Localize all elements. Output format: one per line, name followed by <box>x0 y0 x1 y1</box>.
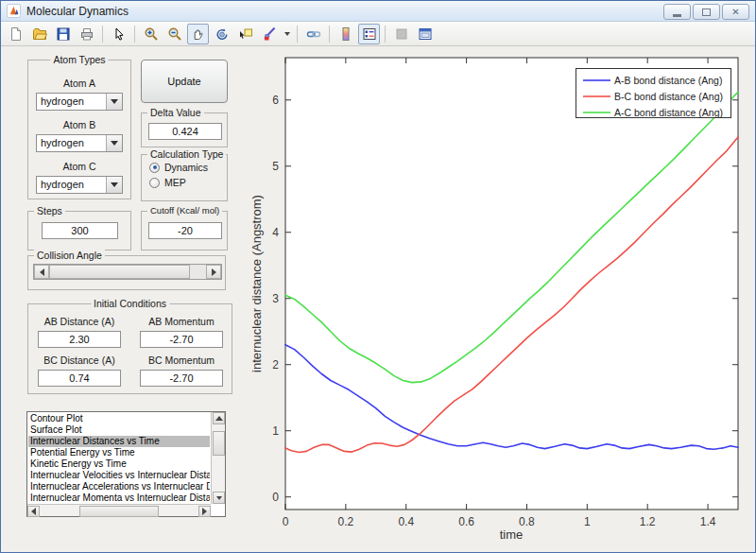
list-item[interactable]: Contour Plot <box>28 413 210 424</box>
arrow-down-icon <box>216 496 222 500</box>
data-cursor-icon <box>238 26 253 42</box>
atom-b-dropdown[interactable]: hydrogen <box>36 134 123 152</box>
new-document-button[interactable] <box>5 24 26 44</box>
print-button[interactable] <box>76 24 97 44</box>
insert-legend-button[interactable] <box>358 24 380 44</box>
plot-background <box>285 58 738 510</box>
y-axis-label: internuclear distance (Angstrom) <box>249 195 264 372</box>
scroll-left-button[interactable] <box>27 506 40 517</box>
x-tick-label: 0 <box>283 515 289 528</box>
list-item[interactable]: Internuclear Accelerations vs Internucle… <box>28 481 210 493</box>
toolbar-separator <box>102 26 103 43</box>
bc-momentum-input[interactable] <box>140 370 223 387</box>
rotate-3d-button[interactable] <box>211 24 232 44</box>
slider-right-arrow[interactable] <box>206 265 221 279</box>
ab-distance-input[interactable] <box>38 331 121 348</box>
new-document-icon <box>9 26 24 42</box>
radio-mep[interactable]: MEP <box>149 177 227 188</box>
window-controls: ✕ <box>663 4 749 20</box>
bc-distance-input[interactable] <box>38 370 121 387</box>
zoom-out-button[interactable] <box>163 24 185 44</box>
arrow-cursor-icon <box>112 26 127 42</box>
app-window: Molecular Dynamics ✕ <box>0 0 756 553</box>
toolbar-separator <box>329 26 330 43</box>
atom-a-label: Atom A <box>36 78 123 89</box>
radio-dynamics[interactable]: Dynamics <box>149 162 227 173</box>
delta-value-panel: Delta Value <box>141 112 228 147</box>
listbox-horizontal-scrollbar[interactable] <box>27 504 211 516</box>
insert-colorbar-button[interactable] <box>335 24 356 44</box>
collision-angle-slider[interactable] <box>33 264 222 280</box>
steps-input[interactable] <box>42 222 118 239</box>
listbox-items: Contour PlotSurface PlotInternuclear Dis… <box>28 413 210 503</box>
legend-icon <box>362 26 377 42</box>
horizontal-scroll-thumb[interactable] <box>79 506 159 517</box>
data-cursor-button[interactable] <box>234 24 256 44</box>
minimize-button[interactable] <box>663 4 691 20</box>
delta-value-input[interactable] <box>148 123 222 140</box>
x-tick-label: 0.6 <box>458 515 474 528</box>
slider-thumb[interactable] <box>49 265 190 279</box>
arrow-left-icon <box>31 508 36 515</box>
listbox-vertical-scrollbar[interactable] <box>211 412 225 504</box>
maximize-button[interactable] <box>693 4 720 20</box>
chevron-down-icon[interactable] <box>106 177 122 193</box>
scroll-up-button[interactable] <box>213 412 225 424</box>
link-plot-button[interactable] <box>302 24 324 44</box>
list-item[interactable]: Potential Energy vs Time <box>28 447 210 458</box>
y-tick-label: 3 <box>272 292 279 305</box>
chevron-down-icon[interactable] <box>106 94 122 110</box>
print-icon <box>79 26 94 42</box>
y-tick-label: 4 <box>272 226 279 239</box>
dock-figure-button[interactable] <box>414 24 436 44</box>
window-title: Molecular Dynamics <box>26 5 129 18</box>
scroll-down-button[interactable] <box>213 492 225 504</box>
cutoff-panel: Cutoff (Kcal/ mol) <box>141 211 228 251</box>
y-tick-label: 6 <box>272 94 279 107</box>
pan-hand-icon <box>191 26 206 42</box>
steps-title: Steps <box>34 205 65 216</box>
ab-momentum-input[interactable] <box>140 331 223 348</box>
brush-dropdown-button[interactable] <box>282 24 292 44</box>
atom-c-dropdown[interactable]: hydrogen <box>36 176 123 194</box>
pan-button[interactable] <box>187 24 209 44</box>
chevron-down-icon[interactable] <box>106 135 122 151</box>
vertical-scroll-thumb[interactable] <box>213 431 225 456</box>
minimize-icon <box>673 14 681 17</box>
slider-track[interactable] <box>190 265 206 279</box>
bc-momentum-label: BC Momentum <box>140 354 223 366</box>
x-tick-label: 1 <box>584 515 591 528</box>
radio-dynamics-circle[interactable] <box>149 163 160 173</box>
y-tick-label: 2 <box>272 358 279 372</box>
title-bar[interactable]: Molecular Dynamics ✕ <box>1 1 755 22</box>
y-tick-label: 1 <box>272 424 279 438</box>
list-item[interactable]: Kinetic Energy vs Time <box>28 458 210 470</box>
cutoff-input[interactable] <box>148 222 222 239</box>
brush-button[interactable] <box>258 24 280 44</box>
maximize-icon <box>702 9 711 16</box>
list-item[interactable]: Surface Plot <box>28 424 210 436</box>
save-button[interactable] <box>52 24 74 44</box>
update-button[interactable]: Update <box>141 60 228 103</box>
slider-left-arrow[interactable] <box>34 265 49 279</box>
plot-type-listbox[interactable]: Contour PlotSurface PlotInternuclear Dis… <box>26 411 226 517</box>
zoom-in-button[interactable] <box>140 24 162 44</box>
disabled-button <box>390 24 412 44</box>
cutoff-title: Cutoff (Kcal/ mol) <box>147 205 222 216</box>
list-item[interactable]: Internuclear Velocities vs Internuclear … <box>28 470 210 481</box>
radio-mep-circle[interactable] <box>149 178 160 188</box>
calculation-type-panel: Calculation Type Dynamics MEP <box>141 154 228 201</box>
list-item[interactable]: Internuclear Distances vs Time <box>28 436 210 447</box>
atom-a-dropdown[interactable]: hydrogen <box>36 93 123 111</box>
zoom-in-icon <box>144 26 159 42</box>
toolbar-separator <box>385 26 386 43</box>
atom-types-title: Atom Types <box>50 54 108 65</box>
list-item[interactable]: Internuclear Momenta vs Internuclear Dis… <box>28 493 210 503</box>
arrow-cursor-button[interactable] <box>108 24 129 44</box>
plot-legend[interactable]: A-B bond distance (Ang)B-C bond distance… <box>576 69 731 118</box>
open-folder-button[interactable] <box>28 24 50 44</box>
ab-momentum-label: AB Momentum <box>140 316 223 327</box>
close-button[interactable]: ✕ <box>722 4 749 20</box>
scroll-right-button[interactable] <box>198 506 211 517</box>
bc-distance-label: BC Distance (A) <box>38 354 121 366</box>
